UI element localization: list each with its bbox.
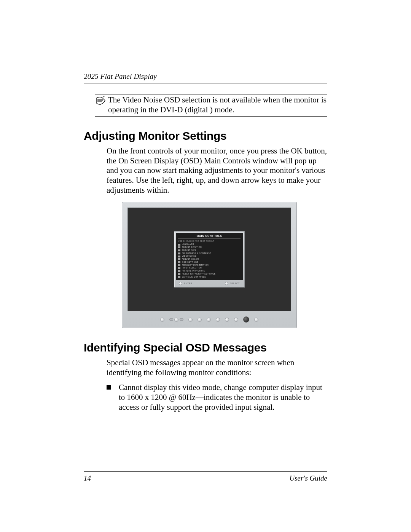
menu-icon [178, 273, 180, 275]
osd-item-label: EXIT MAIN CONTROLS [182, 276, 206, 279]
osd-item: BRIGHTNESS & CONTRAST [178, 252, 241, 255]
note-icon [95, 96, 108, 107]
front-button [225, 318, 229, 322]
heading-identifying: Identifying Special OSD Messages [84, 341, 327, 354]
osd-footer-left: ENTER [184, 282, 193, 284]
menu-icon [178, 249, 180, 251]
power-button [243, 316, 249, 323]
menu-icon [178, 258, 180, 260]
monitor-front-buttons [127, 311, 291, 326]
list-item: Cannot display this video mode, change c… [107, 383, 327, 412]
osd-item: PRODUCT INFORMATION [178, 264, 241, 267]
menu-icon [178, 244, 180, 246]
header-rule [84, 83, 327, 83]
osd-panel: MAIN CONTROLS USE 1600x1200 FOR BEST RES… [174, 231, 245, 288]
front-button [180, 318, 183, 321]
osd-item: ADJUST COLOR [178, 258, 241, 261]
osd-item-label: VIDEO NOISE [182, 255, 196, 258]
front-button [169, 318, 173, 321]
front-button [188, 318, 193, 322]
osd-item-label: INPUT SELECTION [182, 267, 202, 270]
osd-item-label: LANGUAGE [182, 243, 194, 246]
osd-item: INPUT SELECTION [178, 267, 241, 270]
osd-hint: USE 1600x1200 FOR BEST RESULT [178, 240, 241, 242]
osd-footer: ENTER SELECT [176, 280, 243, 286]
menu-icon [178, 246, 180, 248]
osd-item-label: PRODUCT INFORMATION [182, 264, 209, 267]
running-header: 2025 Flat Panel Display [84, 72, 327, 81]
menu-icon [178, 267, 180, 269]
menu-icon [178, 256, 180, 257]
page-number: 14 [84, 474, 91, 482]
bulleted-list: Cannot display this video mode, change c… [107, 383, 327, 412]
osd-item-label: RESET TO FACTORY SETTINGS [182, 273, 215, 276]
osd-item: LANGUAGE [178, 243, 241, 246]
front-button [234, 318, 238, 322]
paragraph-adjusting: On the front controls of your monitor, o… [107, 146, 327, 195]
front-button [254, 318, 258, 322]
front-button [216, 318, 220, 322]
osd-item-label: BRIGHTNESS & CONTRAST [182, 252, 211, 255]
osd-item: EXIT MAIN CONTROLS [178, 276, 241, 279]
osd-item-label: PICTURE IN PICTURE [182, 270, 205, 273]
heading-adjusting: Adjusting Monitor Settings [84, 129, 327, 142]
osd-item: RESET TO FACTORY SETTINGS [178, 273, 241, 276]
osd-footer-right: SELECT [230, 282, 240, 284]
front-button-group [169, 318, 183, 322]
enter-icon [179, 282, 182, 285]
select-icon [225, 282, 228, 285]
figure-monitor: MAIN CONTROLS USE 1600x1200 FOR BEST RES… [122, 202, 327, 328]
front-button [207, 318, 211, 322]
note-text: The Video Noise OSD selection is not ava… [108, 95, 327, 115]
page-footer: 14 User's Guide [84, 471, 327, 482]
paragraph-identifying: Special OSD messages appear on the monit… [107, 358, 327, 377]
osd-item-label: ADJUST POSITION [182, 246, 202, 249]
osd-item-label: ADJUST SIZE [182, 249, 196, 252]
note-bottom-rule [95, 116, 327, 117]
front-button [160, 318, 164, 322]
osd-item: ADJUST POSITION [178, 246, 241, 249]
menu-icon [178, 252, 180, 254]
monitor-screen: MAIN CONTROLS USE 1600x1200 FOR BEST RES… [127, 208, 291, 311]
front-button [198, 318, 202, 322]
osd-item: PICTURE IN PICTURE [178, 270, 241, 273]
note-block: The Video Noise OSD selection is not ava… [95, 94, 327, 117]
doc-title: User's Guide [289, 474, 327, 482]
menu-icon [178, 276, 180, 278]
menu-icon [178, 264, 180, 266]
osd-title: MAIN CONTROLS [178, 235, 241, 239]
footer-rule [84, 471, 327, 472]
menu-icon [178, 261, 180, 263]
osd-item-label: OSD SETTINGS [182, 261, 198, 264]
menu-icon [178, 270, 180, 272]
front-button [174, 318, 178, 322]
osd-item: OSD SETTINGS [178, 261, 241, 264]
osd-item-label: ADJUST COLOR [182, 258, 199, 261]
osd-item: VIDEO NOISE [178, 255, 241, 258]
osd-item: ADJUST SIZE [178, 249, 241, 252]
monitor-bezel: MAIN CONTROLS USE 1600x1200 FOR BEST RES… [122, 202, 297, 328]
